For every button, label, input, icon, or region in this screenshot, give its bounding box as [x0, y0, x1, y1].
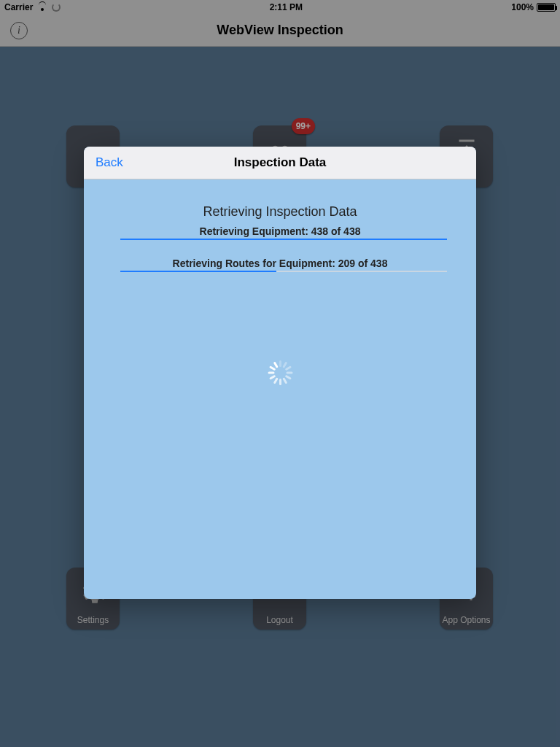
progress2-bar: [120, 271, 447, 272]
screen: Carrier 2:11 PM 100% i WebView Inspectio…: [0, 0, 560, 747]
progress1-label: Retrieving Equipment: 438 of 438: [120, 225, 440, 237]
progress2-label: Retrieving Routes for Equipment: 209 of …: [120, 258, 440, 269]
back-label: Back: [96, 155, 123, 170]
modal-header: Back Inspection Data: [84, 147, 476, 179]
progress1-fill: [120, 239, 447, 240]
modal-body: Retrieving Inspection Data Retrieving Eq…: [84, 179, 476, 272]
retrieving-heading: Retrieving Inspection Data: [120, 204, 440, 220]
back-button[interactable]: Back: [96, 147, 123, 179]
progress1-bar: [120, 239, 447, 240]
loading-spinner-icon: [268, 360, 292, 385]
inspection-data-modal: Back Inspection Data Retrieving Inspecti…: [84, 147, 476, 599]
progress2-fill: [120, 271, 276, 272]
modal-title: Inspection Data: [234, 155, 327, 170]
